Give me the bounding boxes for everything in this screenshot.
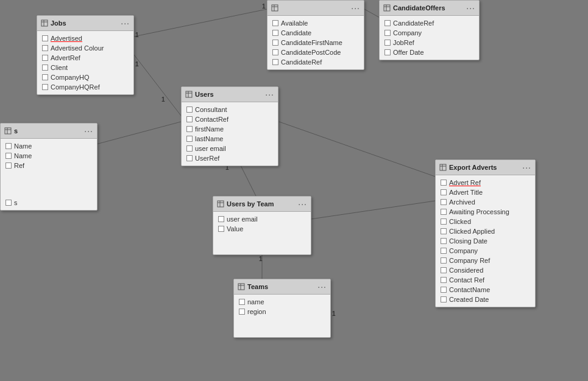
field-label: name — [247, 298, 264, 306]
svg-line-1 — [134, 55, 181, 116]
teams-dots-menu[interactable]: ··· — [317, 282, 327, 292]
users-table-header[interactable]: Users ··· — [182, 87, 278, 102]
field-icon — [272, 40, 278, 46]
field-user-email: user email — [182, 144, 278, 153]
field-icon — [42, 84, 48, 90]
table-icon — [238, 283, 245, 290]
field-icon — [218, 226, 224, 232]
field-contact-ref: Contact Ref — [436, 275, 535, 285]
svg-rect-20 — [186, 91, 192, 97]
export-adverts-title: Export Adverts — [449, 164, 497, 171]
field-label: Awaiting Processing — [449, 208, 509, 215]
field-label: Created Date — [449, 296, 489, 303]
field-label: Advert Title — [449, 189, 483, 196]
field-icon — [441, 189, 447, 195]
field-label: Available — [281, 19, 308, 27]
teams-title: Teams — [247, 283, 268, 290]
users-by-team-dots-menu[interactable]: ··· — [298, 199, 307, 209]
field-icon — [272, 20, 278, 26]
teams-table: Teams ··· name region — [233, 279, 331, 338]
field-ref: Ref — [1, 161, 97, 170]
field-label: JobRef — [393, 39, 414, 46]
top-middle-header[interactable]: ··· — [267, 1, 364, 16]
field-icon — [5, 163, 12, 169]
field-icon — [441, 257, 447, 264]
users-title: Users — [195, 91, 214, 98]
left-table-header[interactable]: s ··· — [1, 124, 97, 139]
field-label: CandidateFirstName — [281, 39, 342, 46]
candidate-offers-body: CandidateRef Company JobRef Offer Date — [380, 16, 479, 60]
export-adverts-table: Export Adverts ··· Advert Ref Advert Tit… — [435, 159, 536, 307]
field-s: s — [1, 198, 97, 208]
field-label: region — [247, 308, 266, 315]
users-by-team-header[interactable]: Users by Team ··· — [213, 197, 311, 212]
field-candidateref: CandidateRef — [267, 57, 364, 67]
rel-label-1: 1 — [135, 32, 139, 38]
left-table-dots-menu[interactable]: ··· — [84, 126, 93, 136]
field-companyhqref: CompanyHQRef — [37, 82, 133, 92]
field-awaiting-processing: Awaiting Processing — [436, 207, 535, 217]
field-archived: Archived — [436, 197, 535, 207]
users-dots-menu[interactable]: ··· — [265, 89, 274, 99]
candidate-offers-dots-menu[interactable]: ··· — [466, 3, 475, 13]
field-icon — [42, 65, 48, 71]
field-label: Value — [227, 225, 243, 232]
table-icon — [185, 91, 193, 98]
field-label: AdvertRef — [51, 54, 80, 61]
jobs-table: Jobs ··· Advertised Advertised Colour Ad… — [37, 15, 134, 95]
field-icon — [441, 267, 447, 273]
field-icon — [186, 155, 193, 161]
field-advert-title: Advert Title — [436, 187, 535, 197]
field-clicked: Clicked — [436, 217, 535, 226]
svg-rect-23 — [218, 201, 224, 207]
candidate-offers-title: CandidateOffers — [393, 4, 445, 12]
field-candidateref: CandidateRef — [380, 18, 479, 28]
svg-rect-14 — [384, 5, 390, 11]
users-table: Users ··· Consultant ContactRef firstNam… — [181, 86, 278, 166]
field-icon — [186, 126, 193, 132]
jobs-table-header[interactable]: Jobs ··· — [37, 16, 133, 31]
field-label: Advertised — [51, 35, 82, 42]
field-label: Candidate — [281, 29, 311, 37]
field-icon — [441, 218, 447, 225]
field-label: Client — [51, 64, 68, 71]
field-icon — [186, 145, 193, 152]
field-value: Value — [213, 224, 311, 234]
field-icon — [5, 143, 12, 149]
top-middle-dots-menu[interactable]: ··· — [351, 3, 360, 13]
field-icon — [441, 228, 447, 234]
field-label: Company Ref — [449, 257, 490, 264]
teams-table-header[interactable]: Teams ··· — [234, 279, 330, 295]
table-icon — [217, 200, 224, 208]
candidate-offers-header[interactable]: CandidateOffers ··· — [380, 1, 479, 16]
export-adverts-dots-menu[interactable]: ··· — [522, 163, 531, 172]
field-company: Company — [380, 28, 479, 38]
field-icon — [218, 216, 224, 222]
field-closing-date: Closing Date — [436, 236, 535, 246]
field-candidatefirstname: CandidateFirstName — [267, 38, 364, 47]
svg-line-7 — [364, 9, 381, 18]
users-by-team-body: user email Value — [213, 212, 311, 254]
field-candidate: Candidate — [267, 28, 364, 38]
field-icon — [272, 59, 278, 65]
field-icon — [441, 287, 447, 293]
jobs-dots-menu[interactable]: ··· — [121, 18, 130, 28]
field-label: CompanyHQ — [51, 74, 90, 81]
field-label: user email — [195, 145, 226, 152]
export-adverts-header[interactable]: Export Adverts ··· — [436, 160, 535, 175]
field-icon — [186, 136, 193, 142]
field-label: Clicked — [449, 218, 471, 225]
candidate-offers-table: CandidateOffers ··· CandidateRef Company… — [379, 0, 480, 60]
field-considered: Considered — [436, 265, 535, 275]
field-name: name — [234, 297, 330, 307]
field-icon — [239, 299, 245, 305]
field-contactname: ContactName — [436, 285, 535, 295]
field-icon — [5, 200, 12, 206]
svg-line-6 — [311, 201, 435, 219]
export-adverts-body: Advert Ref Advert Title Archived Awaitin… — [436, 175, 535, 307]
field-icon — [272, 49, 278, 55]
field-label: s — [14, 199, 18, 206]
field-label: Contact Ref — [449, 276, 484, 284]
field-company-ref: Company Ref — [436, 256, 535, 265]
rel-label-2: 1 — [262, 3, 266, 10]
